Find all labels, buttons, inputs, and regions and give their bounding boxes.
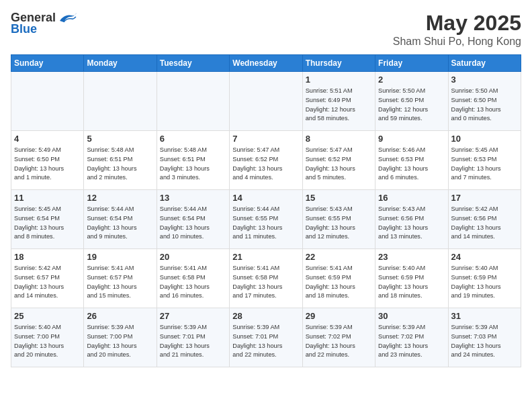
calendar-cell: 8Sunrise: 5:47 AM Sunset: 6:52 PM Daylig…: [302, 131, 375, 190]
calendar-cell: 16Sunrise: 5:43 AM Sunset: 6:56 PM Dayli…: [375, 190, 448, 249]
day-number: 30: [378, 311, 445, 321]
location-title: Sham Shui Po, Hong Kong: [393, 36, 521, 48]
calendar-cell: 9Sunrise: 5:46 AM Sunset: 6:53 PM Daylig…: [375, 131, 448, 190]
day-number: 12: [87, 193, 153, 203]
day-of-week-header: Thursday: [302, 55, 375, 72]
day-number: 31: [451, 311, 518, 321]
day-info: Sunrise: 5:44 AM Sunset: 6:54 PM Dayligh…: [87, 205, 153, 242]
day-number: 17: [451, 193, 518, 203]
calendar-cell: 11Sunrise: 5:45 AM Sunset: 6:54 PM Dayli…: [11, 190, 84, 249]
day-info: Sunrise: 5:39 AM Sunset: 7:01 PM Dayligh…: [232, 323, 299, 360]
calendar-cell: [84, 72, 157, 131]
day-number: 22: [306, 252, 372, 262]
calendar-cell: 31Sunrise: 5:39 AM Sunset: 7:03 PM Dayli…: [448, 308, 521, 367]
calendar-cell: 27Sunrise: 5:39 AM Sunset: 7:01 PM Dayli…: [157, 308, 229, 367]
calendar-cell: 17Sunrise: 5:42 AM Sunset: 6:56 PM Dayli…: [448, 190, 521, 249]
calendar-cell: [157, 72, 229, 131]
calendar-cell: 21Sunrise: 5:41 AM Sunset: 6:58 PM Dayli…: [230, 249, 302, 308]
calendar-cell: 12Sunrise: 5:44 AM Sunset: 6:54 PM Dayli…: [84, 190, 157, 249]
day-of-week-header: Friday: [375, 55, 448, 72]
day-info: Sunrise: 5:39 AM Sunset: 7:03 PM Dayligh…: [451, 323, 518, 360]
calendar-cell: 6Sunrise: 5:48 AM Sunset: 6:51 PM Daylig…: [157, 131, 229, 190]
day-info: Sunrise: 5:39 AM Sunset: 7:01 PM Dayligh…: [160, 323, 226, 360]
day-info: Sunrise: 5:39 AM Sunset: 7:00 PM Dayligh…: [87, 323, 153, 360]
day-info: Sunrise: 5:41 AM Sunset: 6:57 PM Dayligh…: [87, 264, 153, 301]
day-info: Sunrise: 5:47 AM Sunset: 6:52 PM Dayligh…: [232, 146, 299, 183]
calendar-cell: 22Sunrise: 5:41 AM Sunset: 6:59 PM Dayli…: [302, 249, 375, 308]
calendar-cell: 20Sunrise: 5:41 AM Sunset: 6:58 PM Dayli…: [157, 249, 229, 308]
day-number: 14: [232, 193, 299, 203]
day-info: Sunrise: 5:46 AM Sunset: 6:53 PM Dayligh…: [378, 146, 445, 183]
day-number: 2: [378, 75, 445, 85]
logo: General Blue: [11, 11, 77, 36]
day-number: 3: [451, 75, 518, 85]
day-info: Sunrise: 5:49 AM Sunset: 6:50 PM Dayligh…: [14, 146, 81, 183]
day-info: Sunrise: 5:39 AM Sunset: 7:02 PM Dayligh…: [306, 323, 372, 360]
day-number: 20: [160, 252, 226, 262]
day-info: Sunrise: 5:48 AM Sunset: 6:51 PM Dayligh…: [160, 146, 226, 183]
calendar-cell: 4Sunrise: 5:49 AM Sunset: 6:50 PM Daylig…: [11, 131, 84, 190]
calendar-header-row: SundayMondayTuesdayWednesdayThursdayFrid…: [11, 55, 521, 72]
logo-blue-text: Blue: [11, 22, 37, 36]
day-info: Sunrise: 5:50 AM Sunset: 6:50 PM Dayligh…: [451, 87, 518, 124]
day-number: 4: [14, 134, 81, 144]
day-info: Sunrise: 5:45 AM Sunset: 6:54 PM Dayligh…: [14, 205, 81, 242]
day-info: Sunrise: 5:44 AM Sunset: 6:55 PM Dayligh…: [232, 205, 299, 242]
day-of-week-header: Saturday: [448, 55, 521, 72]
day-number: 10: [451, 134, 518, 144]
calendar-cell: 28Sunrise: 5:39 AM Sunset: 7:01 PM Dayli…: [230, 308, 302, 367]
day-info: Sunrise: 5:47 AM Sunset: 6:52 PM Dayligh…: [306, 146, 372, 183]
calendar-cell: [11, 72, 84, 131]
calendar-cell: [230, 72, 302, 131]
day-info: Sunrise: 5:42 AM Sunset: 6:57 PM Dayligh…: [14, 264, 81, 301]
day-number: 23: [378, 252, 445, 262]
title-block: May 2025 Sham Shui Po, Hong Kong: [393, 11, 521, 48]
day-number: 15: [306, 193, 372, 203]
day-info: Sunrise: 5:44 AM Sunset: 6:54 PM Dayligh…: [160, 205, 226, 242]
day-number: 29: [306, 311, 372, 321]
day-number: 19: [87, 252, 153, 262]
day-info: Sunrise: 5:40 AM Sunset: 7:00 PM Dayligh…: [14, 323, 81, 360]
day-number: 28: [232, 311, 299, 321]
day-info: Sunrise: 5:41 AM Sunset: 6:58 PM Dayligh…: [232, 264, 299, 301]
day-number: 18: [14, 252, 81, 262]
day-of-week-header: Monday: [84, 55, 157, 72]
month-title: May 2025: [393, 11, 521, 36]
calendar-cell: 14Sunrise: 5:44 AM Sunset: 6:55 PM Dayli…: [230, 190, 302, 249]
calendar-cell: 15Sunrise: 5:43 AM Sunset: 6:55 PM Dayli…: [302, 190, 375, 249]
day-info: Sunrise: 5:41 AM Sunset: 6:58 PM Dayligh…: [160, 264, 226, 301]
calendar-cell: 25Sunrise: 5:40 AM Sunset: 7:00 PM Dayli…: [11, 308, 84, 367]
day-number: 8: [306, 134, 372, 144]
calendar-cell: 7Sunrise: 5:47 AM Sunset: 6:52 PM Daylig…: [230, 131, 302, 190]
day-number: 5: [87, 134, 153, 144]
day-number: 21: [232, 252, 299, 262]
day-of-week-header: Wednesday: [230, 55, 302, 72]
calendar-cell: 24Sunrise: 5:40 AM Sunset: 6:59 PM Dayli…: [448, 249, 521, 308]
day-number: 27: [160, 311, 226, 321]
day-of-week-header: Tuesday: [157, 55, 229, 72]
calendar-cell: 5Sunrise: 5:48 AM Sunset: 6:51 PM Daylig…: [84, 131, 157, 190]
calendar-cell: 10Sunrise: 5:45 AM Sunset: 6:53 PM Dayli…: [448, 131, 521, 190]
day-number: 11: [14, 193, 81, 203]
day-number: 13: [160, 193, 226, 203]
day-number: 24: [451, 252, 518, 262]
day-info: Sunrise: 5:41 AM Sunset: 6:59 PM Dayligh…: [306, 264, 372, 301]
calendar-cell: 3Sunrise: 5:50 AM Sunset: 6:50 PM Daylig…: [448, 72, 521, 131]
calendar-cell: 26Sunrise: 5:39 AM Sunset: 7:00 PM Dayli…: [84, 308, 157, 367]
day-of-week-header: Sunday: [11, 55, 84, 72]
day-number: 6: [160, 134, 226, 144]
calendar-cell: 29Sunrise: 5:39 AM Sunset: 7:02 PM Dayli…: [302, 308, 375, 367]
day-number: 1: [306, 75, 372, 85]
calendar-cell: 13Sunrise: 5:44 AM Sunset: 6:54 PM Dayli…: [157, 190, 229, 249]
calendar-cell: 1Sunrise: 5:51 AM Sunset: 6:49 PM Daylig…: [302, 72, 375, 131]
day-number: 16: [378, 193, 445, 203]
day-number: 26: [87, 311, 153, 321]
calendar-cell: 2Sunrise: 5:50 AM Sunset: 6:50 PM Daylig…: [375, 72, 448, 131]
calendar-cell: 18Sunrise: 5:42 AM Sunset: 6:57 PM Dayli…: [11, 249, 84, 308]
day-info: Sunrise: 5:40 AM Sunset: 6:59 PM Dayligh…: [378, 264, 445, 301]
day-info: Sunrise: 5:43 AM Sunset: 6:56 PM Dayligh…: [378, 205, 445, 242]
day-info: Sunrise: 5:39 AM Sunset: 7:02 PM Dayligh…: [378, 323, 445, 360]
calendar-cell: 23Sunrise: 5:40 AM Sunset: 6:59 PM Dayli…: [375, 249, 448, 308]
day-info: Sunrise: 5:43 AM Sunset: 6:55 PM Dayligh…: [306, 205, 372, 242]
day-number: 9: [378, 134, 445, 144]
